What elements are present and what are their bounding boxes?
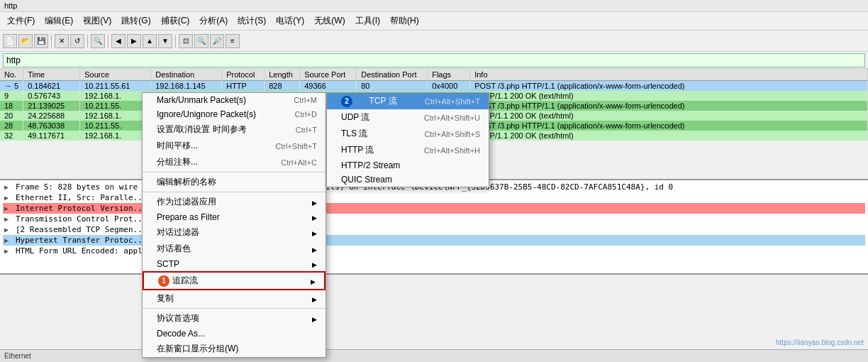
submenu-item[interactable]: UDP 流Ctrl+Alt+Shift+U xyxy=(327,109,489,126)
context-menu-item[interactable]: 设置/取消设置 时间参考Ctrl+T xyxy=(143,121,326,138)
table-cell: 192.168.1.145 xyxy=(151,81,222,92)
toolbar-down[interactable]: ▼ xyxy=(158,34,172,48)
menu-item-label: SCTP xyxy=(157,259,179,269)
toolbar-open[interactable]: 📂 xyxy=(18,34,33,48)
menu-analyze[interactable]: 分析(A) xyxy=(195,13,232,28)
submenu-item[interactable]: HTTP/2 Stream xyxy=(327,158,489,172)
submenu-arrow xyxy=(312,294,317,304)
context-menu-item[interactable]: 对话着色 xyxy=(143,241,326,257)
expand-icon: ▶ xyxy=(4,194,13,202)
menu-item-label: Mark/Unmark Packet(s) xyxy=(157,95,246,105)
menu-item-label: 追踪流 xyxy=(172,275,198,287)
detail-row[interactable]: ▶Hypertext Transfer Protoc... xyxy=(3,235,865,246)
badge-1: 1 xyxy=(158,275,169,287)
menu-view[interactable]: 视图(V) xyxy=(79,13,116,28)
window-title: http xyxy=(4,1,17,10)
menu-separator xyxy=(143,172,326,172)
menu-shortcut: Ctrl+Shift+T xyxy=(275,142,317,150)
table-cell: HTTP xyxy=(222,81,265,92)
context-menu-item[interactable]: 作为过滤器应用 xyxy=(143,194,326,210)
toolbar-forward[interactable]: ▶ xyxy=(127,34,141,48)
table-cell: 10.211.55.61 xyxy=(80,81,151,92)
expand-icon: ▶ xyxy=(4,236,13,244)
toolbar-search[interactable]: 🔍 xyxy=(91,34,105,48)
toolbar-zoom-out[interactable]: 🔎 xyxy=(210,34,224,48)
menu-item-label: 时间平移... xyxy=(157,140,198,152)
table-cell: HTTP/1.1 200 OK (text/html) xyxy=(470,91,868,101)
detail-row[interactable]: ▶HTML Form URL Encoded: application/x-ww… xyxy=(3,246,865,256)
title-bar: http xyxy=(0,0,868,12)
detail-text: Internet Protocol Version... xyxy=(16,204,147,213)
table-cell: 20 xyxy=(0,111,23,121)
toolbar-sep1 xyxy=(51,35,52,48)
context-menu-item[interactable]: 复制 xyxy=(143,290,326,307)
menu-file[interactable]: 文件(F) xyxy=(3,13,39,28)
context-menu-item[interactable]: Decode As... xyxy=(143,327,326,341)
toolbar-close[interactable]: ✕ xyxy=(55,34,69,48)
toolbar-layout[interactable]: ≡ xyxy=(226,34,240,48)
context-menu-item[interactable]: 1追踪流 xyxy=(143,271,326,290)
toolbar-save[interactable]: 💾 xyxy=(34,34,48,48)
menu-shortcut: Ctrl+T xyxy=(296,126,317,134)
menu-help[interactable]: 帮助(H) xyxy=(386,13,423,28)
context-menu-item[interactable]: 分组注释...Ctrl+Alt+C xyxy=(143,154,326,170)
context-menu-item[interactable]: 对话过滤器 xyxy=(143,224,326,241)
table-cell: 32 xyxy=(0,131,23,141)
submenu-item[interactable]: QUIC Stream xyxy=(327,172,489,187)
table-cell: 10.211.55. xyxy=(80,121,151,131)
detail-row[interactable]: ▶[2 Reassembled TCP Segmen... xyxy=(3,224,865,235)
submenu-arrow xyxy=(311,276,316,286)
submenu-label: HTTP 流 xyxy=(341,144,374,156)
col-proto: Protocol xyxy=(222,69,265,81)
table-row[interactable]: → 50.18462110.211.55.61192.168.1.145HTTP… xyxy=(0,81,868,92)
menu-item-label: 协议首选项 xyxy=(157,312,199,324)
col-sport: Source Port xyxy=(300,69,357,81)
menu-shortcut: Ctrl+Alt+C xyxy=(281,158,317,167)
toolbar-new[interactable]: 📄 xyxy=(3,34,17,48)
table-cell: 828 xyxy=(265,81,300,92)
table-cell: 9 xyxy=(0,91,23,101)
detail-row[interactable]: ▶Internet Protocol Version... xyxy=(3,203,865,214)
submenu-item[interactable]: 2TCP 流Ctrl+Alt+Shift+T xyxy=(327,93,489,109)
detail-text: Ethernet II, Src: Paralle... xyxy=(16,193,147,202)
context-menu-item[interactable]: 编辑解析的名称 xyxy=(143,174,326,190)
menu-separator xyxy=(143,192,326,192)
context-menu-item[interactable]: 协议首选项 xyxy=(143,310,326,327)
table-cell: 24.225688 xyxy=(23,111,80,121)
menu-tools[interactable]: 工具(I) xyxy=(351,13,384,28)
col-no: No. xyxy=(0,69,23,81)
context-menu-item[interactable]: SCTP xyxy=(143,257,326,271)
submenu-arrow xyxy=(312,259,317,269)
expand-icon: ▶ xyxy=(4,215,13,223)
toolbar-zoom-in[interactable]: 🔍 xyxy=(194,34,208,48)
submenu-trace-flow: 2TCP 流Ctrl+Alt+Shift+TUDP 流Ctrl+Alt+Shif… xyxy=(326,92,489,187)
submenu-label: TLS 流 xyxy=(341,128,367,140)
status-text: Ethernet xyxy=(4,352,31,360)
submenu-item[interactable]: HTTP 流Ctrl+Alt+Shift+H xyxy=(327,142,489,158)
submenu-shortcut: Ctrl+Alt+Shift+S xyxy=(424,130,480,138)
col-len: Length xyxy=(265,69,300,81)
context-menu-item[interactable]: Ignore/Unignore Packet(s)Ctrl+D xyxy=(143,107,326,121)
toolbar-zoom-fit[interactable]: ⊡ xyxy=(179,34,193,48)
menu-wireless[interactable]: 无线(W) xyxy=(310,13,349,28)
menu-capture[interactable]: 捕获(C) xyxy=(157,13,194,28)
submenu-label: QUIC Stream xyxy=(341,175,392,185)
context-menu-item[interactable]: Prepare as Filter xyxy=(143,210,326,224)
detail-row[interactable]: ▶Transmission Control Prot... xyxy=(3,214,865,224)
detail-row[interactable]: ▶Ethernet II, Src: Paralle... xyxy=(3,192,865,203)
context-menu-item[interactable]: 时间平移...Ctrl+Shift+T xyxy=(143,138,326,154)
filter-input[interactable] xyxy=(3,53,865,67)
menu-phone[interactable]: 电话(Y) xyxy=(272,13,308,28)
toolbar-back[interactable]: ◀ xyxy=(111,34,126,48)
submenu-item[interactable]: TLS 流Ctrl+Alt+Shift+S xyxy=(327,126,489,142)
toolbar-reload[interactable]: ↺ xyxy=(70,34,84,48)
menu-stats[interactable]: 统计(S) xyxy=(233,13,270,28)
context-menu-item[interactable]: 在新窗口显示分组(W) xyxy=(143,341,326,357)
toolbar-up[interactable]: ▲ xyxy=(143,34,157,48)
context-menu-item[interactable]: Mark/Unmark Packet(s)Ctrl+M xyxy=(143,93,326,107)
menu-edit[interactable]: 编辑(E) xyxy=(40,13,77,28)
table-cell: POST /3.php HTTP/1.1 (application/x-www-… xyxy=(470,121,868,131)
menu-jump[interactable]: 跳转(G) xyxy=(117,13,155,28)
col-dst: Destination xyxy=(151,69,222,81)
badge-2: 2 xyxy=(341,96,352,107)
